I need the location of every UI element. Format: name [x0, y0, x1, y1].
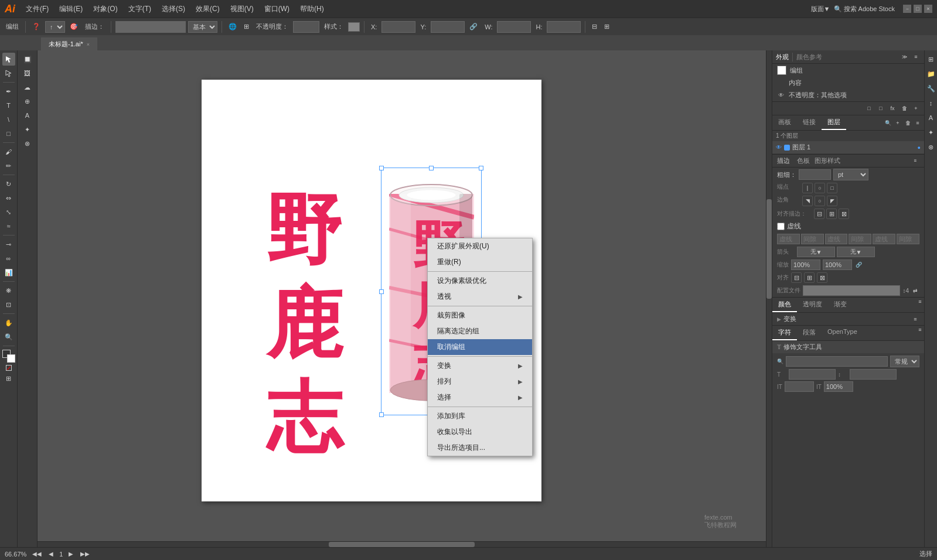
tool-column-chart[interactable]: 📊 [2, 266, 15, 279]
menu-object[interactable]: 对象(O) [88, 3, 122, 15]
ctx-pixel-optimize[interactable]: 设为像素级优化 [428, 273, 532, 289]
panel-icon-6[interactable]: ✦ [21, 123, 34, 136]
font-search-icon[interactable]: 🔍 [777, 358, 783, 364]
app-del-btn[interactable]: 🗑 [899, 104, 909, 113]
tool-line[interactable]: \ [2, 113, 15, 126]
app-fx-btn[interactable]: fx [888, 104, 897, 113]
tool-pen[interactable]: ✒ [2, 85, 15, 98]
menu-edit[interactable]: 编辑(E) [54, 3, 87, 15]
scale-link-icon[interactable]: 🔗 [854, 261, 863, 269]
menu-help[interactable]: 帮助(H) [295, 3, 329, 15]
font-family-input[interactable]: 汉仪大黑简 [786, 356, 888, 367]
menu-view[interactable]: 视图(V) [226, 3, 258, 15]
app-square-btn-2[interactable]: □ [876, 104, 885, 113]
tool-artboard[interactable]: ⊡ [2, 298, 15, 311]
font-size-input[interactable]: 200 pt [789, 369, 836, 380]
dashed-checkbox[interactable] [777, 223, 785, 230]
cap-butt[interactable]: | [802, 183, 813, 193]
menu-effect[interactable]: 效果(C) [191, 3, 224, 15]
status-nav-right[interactable]: ▶ [67, 551, 74, 557]
menu-select[interactable]: 选择(S) [157, 3, 190, 15]
document-tab[interactable]: 未标题-1.ai* × [41, 37, 97, 50]
handle-tr[interactable] [479, 166, 483, 170]
ctx-redo[interactable]: 重做(R) [428, 254, 532, 270]
search-stock[interactable]: 🔍 搜索 Adobe Stock [834, 5, 895, 13]
arrowhead-start[interactable]: 无 ▼ [797, 247, 835, 257]
align2-btn-2[interactable]: ⊞ [804, 272, 815, 283]
toolbar-base-select[interactable]: 基本 [188, 21, 217, 33]
color-panel-menu[interactable]: ≡ [916, 298, 924, 306]
ctx-crop-image[interactable]: 栽剪图像 [428, 308, 532, 323]
gap-field-1[interactable] [801, 234, 824, 244]
toolbar-y-input[interactable]: 623.371 [431, 21, 465, 33]
align2-btn-1[interactable]: ⊟ [791, 272, 802, 283]
toolbar-link-icon[interactable]: 🔗 [467, 22, 480, 32]
minimize-button[interactable]: － [903, 5, 911, 13]
tab-links[interactable]: 链接 [797, 115, 822, 130]
tool-warp[interactable]: ≈ [2, 220, 15, 233]
dash-field-3[interactable] [873, 234, 895, 244]
toolbar-select-1[interactable]: ↑ [45, 21, 65, 33]
cap-square[interactable]: □ [827, 183, 837, 193]
tool-symbol-spray[interactable]: ❋ [2, 284, 15, 297]
modify-tool-label[interactable]: 修饰文字工具 [783, 343, 822, 351]
eye-icon-opacity[interactable]: 👁 [777, 91, 785, 100]
tool-type[interactable]: T [2, 99, 15, 112]
far-right-icon-5[interactable]: A [925, 111, 938, 124]
ctx-perspective[interactable]: 透视 ▶ [428, 289, 532, 305]
appearance-expand[interactable]: ≫ [899, 52, 909, 62]
tool-zoom[interactable]: 🔍 [2, 330, 15, 343]
status-nav-left[interactable]: ◀ [47, 551, 54, 557]
cap-round[interactable]: ○ [815, 183, 825, 193]
handle-tc[interactable] [429, 166, 434, 170]
tool-reflect[interactable]: ⇔ [2, 192, 15, 204]
stroke-panel-header[interactable]: 描边 色板 图形样式 ≡ [772, 155, 924, 168]
toolbar-globe-icon[interactable]: 🌐 [226, 22, 239, 32]
panel-icon-5[interactable]: A [21, 109, 34, 122]
type-para-tab[interactable]: 段落 [797, 326, 822, 340]
scale-input-2[interactable] [823, 259, 852, 270]
menu-file[interactable]: 文件(F) [21, 3, 53, 15]
handle-tl[interactable] [379, 166, 384, 170]
stroke-swatch-tab[interactable]: 色板 [797, 156, 810, 165]
panel-icon-2[interactable]: 🖼 [21, 67, 34, 80]
scale-input-1[interactable] [791, 259, 820, 270]
tool-paintbrush[interactable]: 🖌 [2, 145, 15, 158]
panel-icon-4[interactable]: ⊕ [21, 95, 34, 108]
far-right-icon-4[interactable]: ↕ [925, 97, 938, 110]
arrowhead-end[interactable]: 无 ▼ [837, 247, 875, 257]
font-style-select[interactable]: 常规 [890, 356, 919, 367]
tool-blend[interactable]: ∞ [2, 252, 15, 265]
status-nav-prev[interactable]: ◀◀ [31, 551, 43, 557]
color-fill-stroke[interactable] [2, 350, 15, 363]
ctx-arrange[interactable]: 排列 ▶ [428, 374, 532, 390]
menu-text[interactable]: 文字(T) [124, 3, 156, 15]
h-scrollbar-thumb[interactable] [329, 542, 475, 547]
tab-layers[interactable]: 图层 [822, 115, 846, 130]
toolbar-style-swatch[interactable] [348, 22, 360, 32]
panel-icon-1[interactable]: 🔲 [21, 53, 34, 66]
join-bevel[interactable]: ◤ [827, 196, 837, 206]
scale-h-input[interactable]: 100% [785, 381, 814, 392]
app-square-btn-1[interactable]: □ [864, 104, 874, 113]
layers-menu[interactable]: ≡ [914, 119, 922, 127]
gap-field-3[interactable] [897, 234, 919, 244]
dash-field-1[interactable] [777, 234, 800, 244]
stroke-weight-input[interactable] [799, 169, 831, 180]
ctx-collect-export[interactable]: 收集以导出 [428, 424, 532, 440]
toolbar-stroke-value[interactable] [115, 21, 186, 33]
tool-toggle-mode[interactable]: ⊞ [2, 372, 15, 385]
tool-width[interactable]: ⊸ [2, 238, 15, 251]
fill-swatch[interactable] [777, 66, 786, 75]
profile-select[interactable] [803, 285, 900, 296]
tool-scale[interactable]: ⤡ [2, 206, 15, 218]
far-right-icon-2[interactable]: 📁 [925, 67, 938, 80]
profile-flip[interactable]: ⇄ [911, 286, 919, 295]
stroke-unit-select[interactable]: pt [833, 169, 868, 180]
tool-rect[interactable]: □ [2, 127, 15, 140]
tab-close-button[interactable]: × [87, 42, 90, 47]
maximize-button[interactable]: □ [914, 5, 922, 13]
toolbar-icon-1[interactable]: ❓ [30, 22, 43, 32]
transparency-tab[interactable]: 透明度 [797, 298, 828, 312]
align-inside[interactable]: ⊞ [826, 209, 837, 219]
